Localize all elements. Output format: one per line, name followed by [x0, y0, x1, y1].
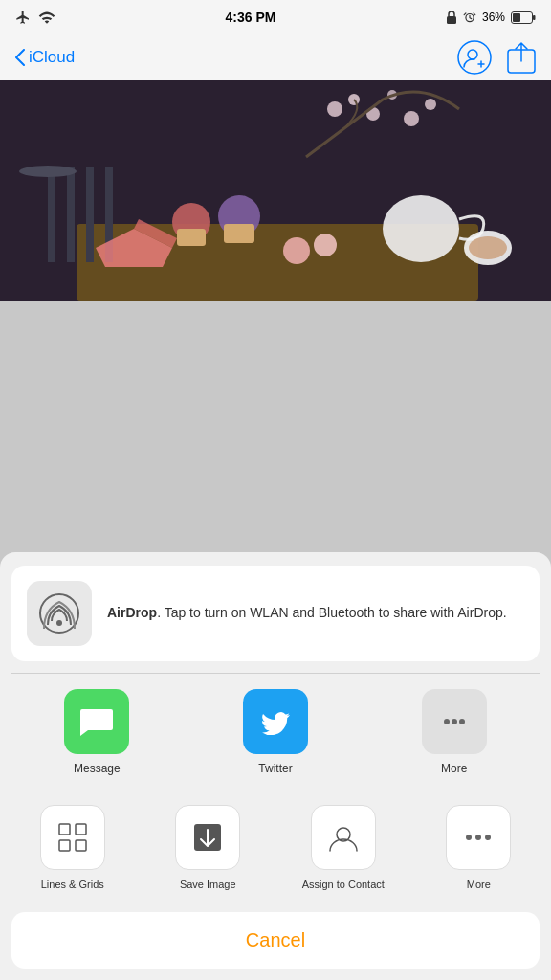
airdrop-section[interactable]: AirDrop. Tap to turn on WLAN and Bluetoo… — [11, 566, 540, 661]
lines-grids-icon-wrap — [40, 805, 105, 870]
airdrop-icon-wrap — [27, 581, 92, 646]
share-row: Message Twitter More — [0, 674, 551, 791]
svg-point-28 — [283, 237, 310, 264]
svg-rect-12 — [86, 167, 94, 262]
battery-icon — [511, 11, 536, 24]
more-action-dots-icon — [461, 820, 496, 855]
svg-point-14 — [19, 166, 77, 177]
save-image-icon — [190, 820, 225, 855]
twitter-bird-icon — [257, 703, 294, 740]
status-bar: 4:36 PM 36% — [0, 0, 551, 34]
assign-contact-label: Assign to Contact — [302, 878, 385, 891]
back-button[interactable]: iCloud — [15, 48, 75, 67]
more-share-label: More — [441, 762, 467, 775]
svg-point-15 — [327, 101, 342, 117]
grid-icon — [55, 820, 90, 855]
airdrop-text: AirDrop. Tap to turn on WLAN and Bluetoo… — [107, 604, 507, 623]
airplane-icon — [15, 10, 31, 25]
alarm-icon — [463, 11, 476, 24]
svg-point-6 — [468, 50, 477, 59]
more-action-icon-wrap — [446, 805, 511, 870]
svg-point-43 — [485, 835, 491, 840]
svg-rect-36 — [76, 824, 86, 835]
message-label: Message — [74, 762, 121, 775]
svg-point-31 — [56, 620, 62, 626]
svg-point-19 — [404, 111, 419, 126]
upload-icon — [507, 40, 536, 75]
share-button[interactable] — [507, 40, 536, 75]
message-icon — [78, 703, 115, 740]
svg-point-34 — [459, 719, 465, 724]
svg-point-32 — [444, 719, 450, 724]
action-item-lines-grids[interactable]: Lines & Grids — [8, 805, 138, 891]
action-item-save-image[interactable]: Save Image — [143, 805, 274, 891]
battery-percent: 36% — [482, 11, 505, 24]
status-right: 36% — [446, 11, 536, 24]
svg-rect-0 — [447, 16, 456, 24]
svg-rect-3 — [513, 13, 520, 22]
svg-rect-35 — [59, 824, 70, 835]
svg-point-5 — [458, 41, 491, 74]
nav-bar: iCloud — [0, 34, 551, 80]
nav-actions — [457, 40, 536, 75]
svg-point-27 — [469, 236, 507, 259]
svg-point-25 — [383, 195, 459, 262]
share-sheet: AirDrop. Tap to turn on WLAN and Bluetoo… — [0, 552, 551, 980]
svg-rect-11 — [67, 167, 75, 262]
twitter-icon-wrap — [243, 689, 308, 754]
svg-point-30 — [40, 594, 78, 633]
svg-point-33 — [452, 719, 457, 724]
status-left — [15, 10, 55, 25]
photo-overlay — [0, 80, 551, 301]
svg-point-20 — [425, 99, 436, 110]
share-item-message[interactable]: Message — [11, 689, 183, 775]
airdrop-icon — [38, 592, 80, 635]
photo-preview — [0, 80, 551, 301]
cancel-section: Cancel — [11, 912, 540, 969]
save-image-label: Save Image — [180, 878, 236, 891]
twitter-label: Twitter — [258, 762, 292, 775]
svg-point-42 — [475, 835, 481, 840]
more-dots-icon — [436, 703, 473, 740]
svg-rect-24 — [224, 224, 254, 243]
lines-grids-label: Lines & Grids — [41, 878, 104, 891]
airdrop-description: . Tap to turn on WLAN and Bluetooth to s… — [157, 605, 507, 620]
add-person-button[interactable] — [457, 40, 492, 75]
airdrop-title: AirDrop — [107, 605, 157, 620]
assign-contact-icon-wrap — [311, 805, 376, 870]
svg-rect-4 — [533, 15, 536, 20]
lock-icon — [446, 11, 457, 24]
svg-point-29 — [314, 234, 337, 256]
svg-rect-10 — [48, 167, 55, 262]
share-item-twitter[interactable]: Twitter — [190, 689, 362, 775]
add-person-icon — [457, 40, 492, 75]
action-item-assign-contact[interactable]: Assign to Contact — [278, 805, 408, 891]
svg-rect-38 — [76, 840, 86, 851]
wifi-icon — [38, 11, 55, 24]
svg-point-41 — [466, 835, 472, 840]
more-action-label: More — [467, 878, 491, 891]
status-time: 4:36 PM — [226, 10, 276, 25]
action-row: Lines & Grids Save Image Assign to Conta… — [0, 791, 551, 904]
svg-rect-37 — [59, 840, 70, 851]
back-label: iCloud — [29, 48, 75, 67]
share-item-more[interactable]: More — [368, 689, 540, 775]
save-image-icon-wrap — [175, 805, 240, 870]
back-chevron-icon — [15, 49, 25, 66]
action-item-more[interactable]: More — [414, 805, 544, 891]
cancel-button[interactable]: Cancel — [11, 912, 540, 969]
message-icon-wrap — [64, 689, 129, 754]
more-share-icon-wrap — [422, 689, 487, 754]
svg-rect-22 — [177, 229, 206, 246]
person-icon — [326, 820, 361, 855]
